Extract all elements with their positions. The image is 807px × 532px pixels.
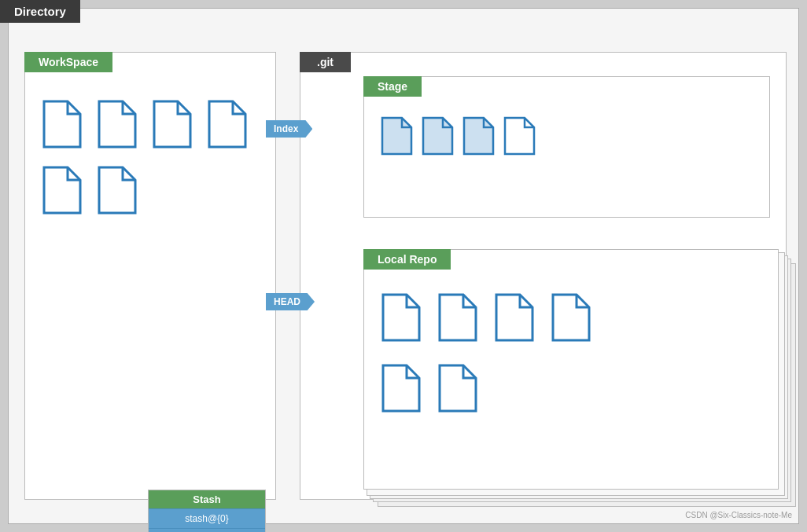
local-repo-label: Local Repo	[363, 249, 451, 270]
stage-box: Index Stage	[363, 76, 770, 218]
main-area: WorkSpace	[8, 8, 799, 524]
stash-box: Stash stash@{0} stash@{1} ...... ...... …	[148, 490, 266, 532]
repo-file-6	[437, 364, 477, 416]
head-arrow-label: HEAD	[266, 293, 315, 310]
workspace-panel: WorkSpace	[24, 52, 276, 500]
title-bar: Directory	[0, 0, 80, 23]
title-text: Directory	[14, 5, 66, 18]
watermark: CSDN @Six-Classics-note-Me	[685, 511, 792, 519]
repo-file-3	[493, 293, 534, 345]
index-arrow-label: Index	[266, 120, 312, 138]
stage-file-1	[380, 116, 413, 159]
repo-file-1	[380, 293, 421, 345]
head-arrow: HEAD	[266, 293, 315, 310]
stage-file-4	[503, 116, 536, 159]
workspace-file-6	[96, 166, 137, 218]
index-arrow: Index	[266, 120, 312, 138]
workspace-file-1	[41, 100, 82, 152]
repo-file-4	[550, 293, 591, 345]
stage-file-3	[462, 116, 495, 159]
repo-files-row1	[380, 293, 591, 345]
repo-layer-main: HEAD Local Repo	[363, 249, 779, 490]
stash-item-0: stash@{0}	[149, 508, 265, 528]
stage-label: Stage	[363, 76, 422, 97]
git-panel: .git Index Stage	[300, 52, 787, 500]
workspace-file-2	[96, 100, 137, 152]
stage-files	[380, 116, 536, 159]
local-repo-stack: HEAD Local Repo	[363, 249, 782, 493]
workspace-file-4	[206, 100, 247, 152]
workspace-files	[41, 100, 261, 218]
repo-files-row2	[380, 364, 477, 416]
stash-label: Stash	[149, 490, 265, 508]
stage-file-2	[421, 116, 454, 159]
stash-item-1: stash@{1}	[149, 528, 265, 532]
workspace-file-3	[151, 100, 192, 152]
workspace-label: WorkSpace	[24, 52, 112, 72]
repo-file-5	[380, 364, 421, 416]
repo-file-2	[437, 293, 477, 345]
git-label: .git	[300, 52, 351, 72]
workspace-file-5	[41, 166, 82, 218]
outer-container: Directory WorkSpace	[0, 0, 807, 532]
